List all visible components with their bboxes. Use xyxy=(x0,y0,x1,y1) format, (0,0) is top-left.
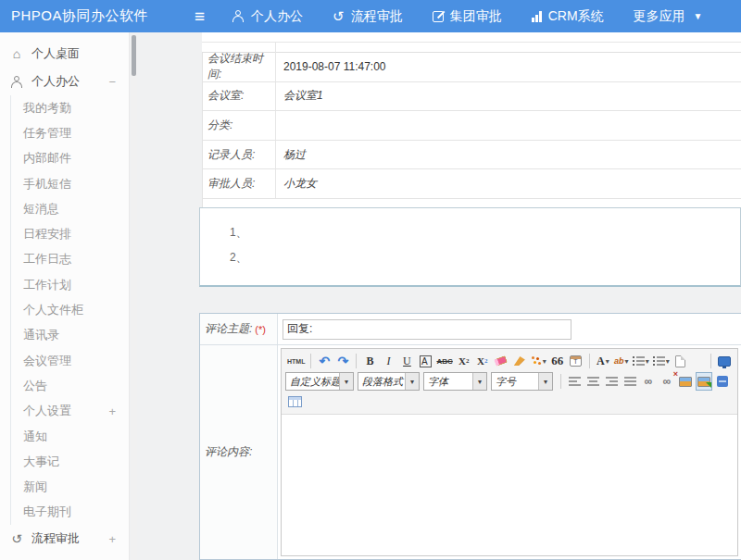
sidebar-item-workflow-approval[interactable]: ↺ 流程审批 + xyxy=(0,525,129,553)
align-center-button[interactable] xyxy=(584,372,601,391)
sidebar-item-label: 会议管理 xyxy=(23,353,71,369)
remove-link-button[interactable]: ∞ xyxy=(659,372,675,391)
sidebar-item-label: 个人桌面 xyxy=(31,45,80,62)
redo-button[interactable]: ↷ xyxy=(334,352,351,370)
font-size-select[interactable]: 字号▾ xyxy=(491,372,553,391)
select-value: 自定义标题 xyxy=(286,375,339,389)
nav-label: 更多应用 xyxy=(634,8,685,25)
toolbar-row-2: 自定义标题▾ 段落格式▾ 字体▾ 字号▾ ∞ ∞ xyxy=(285,371,734,392)
align-left-button[interactable] xyxy=(566,372,583,391)
paragraph-format-select[interactable]: 段落格式▾ xyxy=(358,372,420,391)
sidebar-item-label: 流程审批 xyxy=(31,530,80,547)
sidebar-item-personal-office[interactable]: 个人办公 − xyxy=(0,68,129,95)
media-icon xyxy=(717,376,728,387)
caret-down-icon: ▾ xyxy=(405,373,419,390)
hamburger-menu-icon[interactable]: ≡ xyxy=(195,7,205,25)
sidebar-item-label: 任务管理 xyxy=(23,125,71,142)
highlight-color-button[interactable]: ab▾ xyxy=(613,352,630,370)
sidebar-item-e-journal[interactable]: 电子期刊 xyxy=(23,500,129,525)
bar-chart-icon xyxy=(532,11,542,22)
blockquote-button[interactable]: 66 xyxy=(549,352,566,370)
comment-subject-input[interactable] xyxy=(283,319,571,340)
toolbar-separator xyxy=(310,354,311,368)
caret-down-icon: ▾ xyxy=(472,373,486,390)
collapse-toggle-icon[interactable]: − xyxy=(108,75,116,89)
html-source-button[interactable]: HTML xyxy=(286,352,306,370)
font-style-box-button[interactable]: A xyxy=(417,352,433,370)
undo-button[interactable]: ↶ xyxy=(316,352,333,370)
caret-down-icon: ▾ xyxy=(666,357,670,366)
sidebar-item-tasks[interactable]: 任务管理 xyxy=(23,120,129,145)
sidebar-item-major-events[interactable]: 大事记 xyxy=(23,449,129,474)
insert-date-button[interactable] xyxy=(568,352,584,370)
italic-button[interactable]: I xyxy=(380,352,396,370)
expand-toggle-icon[interactable]: + xyxy=(108,532,116,546)
eraser-button[interactable] xyxy=(493,352,509,370)
editor-toolbar: HTML ↶ ↷ B I U A ABC X2 X2 xyxy=(282,349,737,415)
sidebar-scrollbar-track[interactable] xyxy=(131,32,137,560)
format-brush-button[interactable] xyxy=(511,352,528,370)
sidebar-item-label: 短消息 xyxy=(23,201,59,218)
sidebar-item-meeting-management[interactable]: 会议管理 xyxy=(23,348,129,373)
image-button[interactable] xyxy=(677,372,694,391)
sidebar-item-news[interactable]: 新闻 xyxy=(23,474,129,499)
caret-down-icon: ▾ xyxy=(339,373,353,390)
nav-more-apps[interactable]: 更多应用 ▼ xyxy=(634,8,703,25)
insert-media-button[interactable] xyxy=(714,372,731,391)
field-label: 分类: xyxy=(203,111,276,140)
nav-group-approval[interactable]: 集团审批 xyxy=(433,8,502,25)
required-mark: (*) xyxy=(255,324,266,335)
sidebar-item-file-cabinet[interactable]: 个人文件柜 xyxy=(23,297,129,322)
align-right-button[interactable] xyxy=(603,372,620,391)
caret-down-icon[interactable]: ▼ xyxy=(694,11,703,21)
insert-link-button[interactable]: ∞ xyxy=(640,372,657,391)
boxed-a-icon: A xyxy=(420,355,432,367)
sidebar-item-short-messages[interactable]: 短消息 xyxy=(23,196,129,221)
align-center-icon xyxy=(587,377,599,386)
sidebar-item-personal-desktop[interactable]: ⌂ 个人桌面 xyxy=(0,40,129,68)
nav-personal-office[interactable]: 个人办公 xyxy=(232,8,303,25)
comment-content-row: 评论内容: HTML ↶ ↷ B I U A xyxy=(200,345,741,559)
toolbar-separator xyxy=(589,354,590,368)
sidebar-item-internal-mail[interactable]: 内部邮件 xyxy=(23,146,129,171)
sidebar-item-label: 公告 xyxy=(23,378,47,394)
sidebar-scrollbar-thumb[interactable] xyxy=(132,35,136,76)
underline-button[interactable]: U xyxy=(398,352,415,370)
ordered-list-button[interactable]: ▾ xyxy=(632,352,650,370)
superscript-button[interactable]: X2 xyxy=(456,352,472,370)
sidebar-item-label: 个人设置 xyxy=(23,403,71,419)
sidebar-item-work-plan[interactable]: 工作计划 xyxy=(23,272,129,297)
sidebar-item-work-log[interactable]: 工作日志 xyxy=(23,247,129,272)
caret-down-icon: ▾ xyxy=(646,357,649,366)
insert-image-button[interactable] xyxy=(696,372,712,391)
sidebar-item-attendance[interactable]: 我的考勤 xyxy=(23,95,129,120)
align-left-icon xyxy=(569,377,581,386)
new-page-button[interactable] xyxy=(672,352,689,370)
strikethrough-button[interactable]: ABC xyxy=(435,352,453,370)
font-color-button[interactable]: A▾ xyxy=(595,352,611,370)
sidebar-item-notices[interactable]: 通知 xyxy=(23,424,129,449)
expand-toggle-icon[interactable]: + xyxy=(108,404,116,418)
sidebar-item-contacts[interactable]: 通讯录 xyxy=(23,323,129,348)
heading-select[interactable]: 自定义标题▾ xyxy=(285,372,354,391)
nav-crm[interactable]: CRM系统 xyxy=(532,8,604,25)
calendar-icon xyxy=(570,355,582,367)
spray-color-button[interactable]: ▾ xyxy=(530,352,547,370)
sidebar-item-mobile-sms[interactable]: 手机短信 xyxy=(23,171,129,196)
sidebar-item-personal-settings[interactable]: 个人设置 + xyxy=(23,399,129,424)
subscript-button[interactable]: X2 xyxy=(474,352,491,370)
sidebar-item-announcements[interactable]: 公告 xyxy=(23,373,129,398)
nav-workflow-approval[interactable]: ↺ 流程审批 xyxy=(333,8,403,25)
editor-content-area[interactable] xyxy=(282,415,737,555)
comment-subject-label: 评论主题: xyxy=(205,321,252,337)
sidebar-item-schedule[interactable]: 日程安排 xyxy=(23,221,129,246)
bold-button[interactable]: B xyxy=(361,352,378,370)
fullscreen-button[interactable] xyxy=(716,352,733,370)
font-family-select[interactable]: 字体▾ xyxy=(423,372,487,391)
align-justify-button[interactable] xyxy=(622,372,638,391)
unordered-list-button[interactable]: ▾ xyxy=(652,352,671,370)
flow-icon: ↺ xyxy=(333,9,345,23)
comment-form-table: 评论主题: (*) 评论内容: HTML ↶ ↷ xyxy=(199,313,741,560)
ordered-list-icon xyxy=(633,356,645,366)
insert-table-button[interactable] xyxy=(286,392,303,411)
